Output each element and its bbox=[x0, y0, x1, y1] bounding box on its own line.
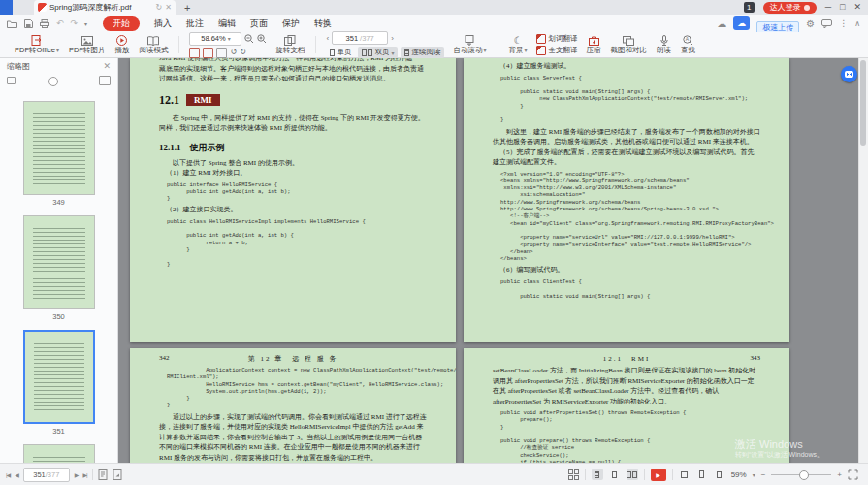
menu-edit[interactable]: 编辑 bbox=[218, 17, 236, 30]
rotate-right-icon[interactable]: ↻ bbox=[240, 48, 246, 56]
more-kebab-icon[interactable]: ⋮ bbox=[839, 18, 848, 28]
menu-insert[interactable]: 插入 bbox=[154, 17, 172, 30]
find-button[interactable]: A 查找 bbox=[676, 35, 700, 54]
fit-page-view-icon[interactable] bbox=[696, 469, 708, 480]
fit-width-view-icon[interactable] bbox=[679, 469, 691, 480]
cloud-sync-button[interactable]: ☁ bbox=[733, 16, 750, 30]
prev-page-icon[interactable]: ◀ bbox=[15, 471, 18, 478]
fit-width-icon[interactable] bbox=[189, 48, 200, 58]
double-page-button[interactable]: 双页▾ bbox=[358, 47, 398, 58]
select-tool-icon[interactable] bbox=[113, 469, 122, 480]
compress-button[interactable]: 压缩 bbox=[582, 35, 606, 54]
zoom-in-icon[interactable] bbox=[257, 34, 267, 44]
prev-page-icon[interactable]: ‹ bbox=[326, 34, 329, 43]
search-icon: A bbox=[683, 35, 693, 46]
scrollbar-thumb[interactable] bbox=[860, 60, 866, 146]
continuous-read-button[interactable]: 连续阅读 bbox=[401, 47, 444, 58]
quickbar-dropdown-icon[interactable]: ▾ bbox=[84, 20, 87, 27]
screenshot-compare-button[interactable]: 截图和对比 bbox=[606, 35, 653, 54]
double-page-view-icon[interactable] bbox=[627, 469, 638, 480]
menu-page[interactable]: 页面 bbox=[250, 17, 268, 30]
zoom-minus-icon[interactable]: − bbox=[761, 470, 766, 479]
tab-sync-icon[interactable]: ↻ bbox=[156, 3, 163, 12]
document-tab[interactable]: Spring源码深度解析.pdf ↻ ✕ bbox=[34, 0, 176, 15]
full-translate-button[interactable]: 全文翻译 bbox=[536, 46, 578, 55]
svg-text:A: A bbox=[686, 37, 690, 43]
continuous-icon bbox=[404, 49, 409, 56]
tab-close-icon[interactable]: ✕ bbox=[165, 3, 172, 12]
thumbnail-page-352[interactable] bbox=[23, 444, 95, 464]
last-page-icon[interactable]: ▶| bbox=[82, 471, 86, 478]
thumbnail-page-351-selected[interactable] bbox=[23, 330, 95, 424]
sidebar-close-icon[interactable]: ✕ bbox=[103, 61, 111, 71]
thumbnail-label: 349 bbox=[52, 198, 65, 207]
undo-icon[interactable]: ↶ bbox=[56, 18, 64, 28]
assistant-float-button[interactable] bbox=[841, 66, 857, 82]
document-canvas[interactable]: Java RMI 使得编程人员可以像调用本地方法一样调用远程对象的方法，RMI … bbox=[118, 58, 858, 464]
menu-comment[interactable]: 批注 bbox=[186, 17, 204, 30]
full-translate-icon bbox=[536, 46, 546, 55]
rotate-document-button[interactable]: 旋转文档 bbox=[271, 35, 309, 54]
menu-convert[interactable]: 转换 bbox=[314, 17, 332, 30]
thumbnail-size-slider[interactable] bbox=[0, 74, 117, 87]
open-file-icon[interactable] bbox=[7, 19, 17, 28]
zoom-slider-handle[interactable] bbox=[799, 470, 809, 480]
print-icon[interactable] bbox=[40, 19, 49, 28]
hand-tool-icon[interactable] bbox=[98, 469, 108, 480]
thumbnail-page-350[interactable] bbox=[23, 215, 95, 309]
read-aloud-button[interactable]: 朗读 bbox=[652, 35, 676, 54]
first-page-icon[interactable]: |◀ bbox=[6, 471, 10, 478]
collapse-toolbar-icon[interactable]: ∧ bbox=[854, 19, 860, 28]
dropdown-caret-icon: ▾ bbox=[228, 35, 231, 42]
pdf-to-image-button[interactable]: PDF转图片 bbox=[64, 35, 111, 54]
menu-protect[interactable]: 保护 bbox=[282, 17, 300, 30]
menu-home[interactable]: 开始 bbox=[103, 16, 140, 31]
maximize-button[interactable]: □ bbox=[840, 3, 845, 12]
slider-handle[interactable] bbox=[48, 77, 58, 86]
continuous-view-icon[interactable] bbox=[592, 469, 603, 480]
thumbnail-grid-icon[interactable] bbox=[568, 469, 579, 480]
status-zoom-value[interactable]: 59% bbox=[731, 470, 747, 479]
redo-icon[interactable]: ↷ bbox=[71, 18, 79, 28]
zoom-level-select[interactable]: 58.64%▾ bbox=[189, 32, 241, 46]
microphone-icon bbox=[660, 35, 668, 46]
page-number-input[interactable]: 351/377 bbox=[332, 31, 388, 45]
pdf-to-office-button[interactable]: PDF转Office▾ bbox=[10, 35, 64, 54]
background-button[interactable]: ☾ 背景▾ bbox=[504, 35, 532, 54]
dropdown-caret-icon: ▾ bbox=[525, 48, 528, 53]
save-icon[interactable] bbox=[24, 19, 33, 28]
vertical-scrollbar[interactable] bbox=[858, 58, 868, 464]
fit-page-icon[interactable] bbox=[203, 48, 213, 58]
next-page-icon[interactable]: › bbox=[391, 34, 394, 43]
actual-size-view-icon[interactable] bbox=[714, 469, 725, 480]
cloud-icon[interactable]: ☁ bbox=[717, 18, 726, 29]
thumbnail-page-349[interactable] bbox=[23, 101, 95, 195]
rotate-left-icon[interactable]: ↺ bbox=[230, 48, 237, 56]
settings-gear-icon[interactable]: ⚙ bbox=[806, 18, 815, 29]
compress-icon bbox=[589, 36, 599, 46]
message-icon[interactable] bbox=[821, 19, 832, 28]
new-tab-button[interactable]: + bbox=[184, 2, 190, 14]
next-page-icon[interactable]: ▶ bbox=[75, 471, 79, 478]
zoom-cluster: 58.64%▾ ↺ ↻ bbox=[185, 32, 271, 58]
window-close-button[interactable]: ✕ bbox=[853, 3, 861, 12]
zoom-out-icon[interactable] bbox=[244, 34, 254, 44]
minimize-button[interactable]: ─ bbox=[825, 3, 831, 12]
single-page-view-icon[interactable] bbox=[609, 469, 621, 480]
zoom-slider[interactable] bbox=[771, 474, 831, 475]
single-page-button[interactable]: 单页 bbox=[326, 47, 355, 58]
auto-scroll-button[interactable]: 自动滚动▾ bbox=[448, 35, 491, 54]
zoom-plus-icon[interactable]: + bbox=[837, 470, 842, 479]
fullscreen-icon[interactable] bbox=[848, 469, 858, 480]
sidebar-title: 缩略图 bbox=[7, 61, 30, 72]
status-page-input[interactable]: 351/377 bbox=[23, 468, 70, 482]
presentation-play-button[interactable]: ▶ bbox=[651, 469, 666, 481]
play-button[interactable]: 播放 bbox=[110, 35, 134, 54]
thumbnail-list: 349 350 351 bbox=[0, 89, 117, 464]
code-block: public class HelloRMIServiceImpl impleme… bbox=[167, 218, 427, 268]
read-mode-button[interactable]: 阅读模式 bbox=[134, 35, 173, 54]
word-translate-button[interactable]: 划词翻译 bbox=[536, 34, 578, 44]
book-icon bbox=[147, 36, 159, 46]
tool-bar: PDF转Office▾ PDF转图片 播放 阅读模式 58.64%▾ bbox=[0, 32, 868, 58]
actual-size-icon[interactable] bbox=[216, 48, 227, 58]
